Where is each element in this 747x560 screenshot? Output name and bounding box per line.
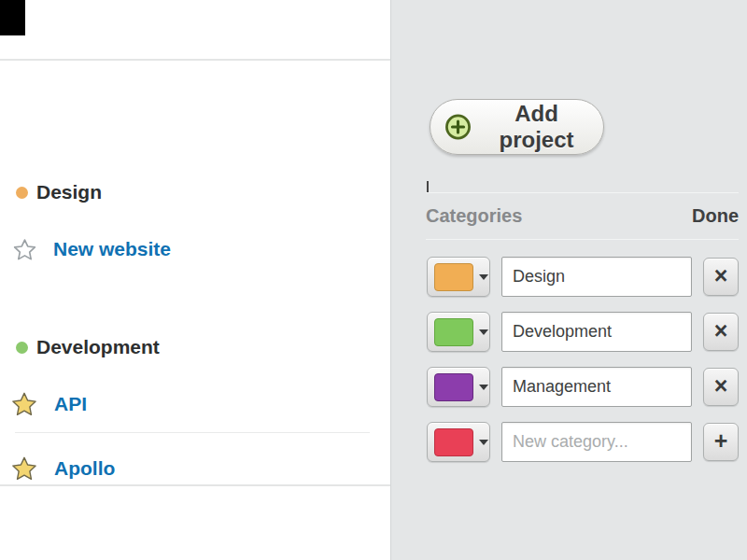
categories-panel: Add project Categories Done × × [390,0,747,560]
category-row-design: × [426,257,740,297]
star-outline-icon[interactable] [13,238,36,261]
category-name-input[interactable] [501,312,692,352]
category-header-design: Design [16,180,102,204]
add-plus-circle-icon [444,110,472,144]
project-row-apollo: Apollo [11,455,115,483]
add-category-button[interactable]: + [703,423,739,461]
header-divider-top [426,192,739,193]
color-picker-button[interactable] [427,422,490,462]
projects-panel: Design New website Development API Apoll… [0,59,390,486]
color-swatch-green [434,318,473,346]
remove-category-button[interactable]: × [703,313,739,351]
add-project-label: Add project [483,101,590,153]
project-row-new-website: New website [13,235,171,263]
chevron-down-icon [479,329,488,335]
project-list-divider [15,432,370,433]
new-category-input[interactable] [501,422,692,462]
remove-category-button[interactable]: × [703,368,739,406]
color-swatch-orange [434,263,473,291]
design-category-dot-icon [16,187,28,199]
project-row-api: API [11,390,87,418]
color-picker-button[interactable] [427,367,490,407]
star-filled-icon[interactable] [11,455,37,482]
project-link-api[interactable]: API [54,390,87,418]
color-picker-button[interactable] [427,257,490,297]
category-name-input[interactable] [501,367,692,407]
category-row-management: × [426,367,740,407]
project-link-new-website[interactable]: New website [53,235,171,263]
color-swatch-red [434,428,473,456]
video-letterbox-artifact [0,0,25,35]
chevron-down-icon [479,440,488,445]
category-name-input[interactable] [501,257,692,297]
category-header-development: Development [16,335,160,359]
category-row-new: + [426,422,740,462]
remove-category-button[interactable]: × [703,258,739,296]
color-picker-button[interactable] [427,312,490,352]
categories-label: Categories [426,205,522,227]
header-divider-bottom [426,239,739,240]
color-swatch-purple [434,373,473,401]
category-row-development: × [426,312,740,352]
app-window: Design New website Development API Apoll… [0,0,747,560]
project-link-apollo[interactable]: Apollo [54,455,115,483]
star-filled-icon[interactable] [11,391,37,417]
chevron-down-icon [479,274,488,280]
done-button[interactable]: Done [692,205,739,227]
category-title: Design [36,180,102,204]
chevron-down-icon [479,385,488,390]
category-title: Development [36,335,160,359]
development-category-dot-icon [16,342,28,354]
categories-header-row: Categories Done [426,203,739,228]
add-project-button[interactable]: Add project [430,99,604,155]
